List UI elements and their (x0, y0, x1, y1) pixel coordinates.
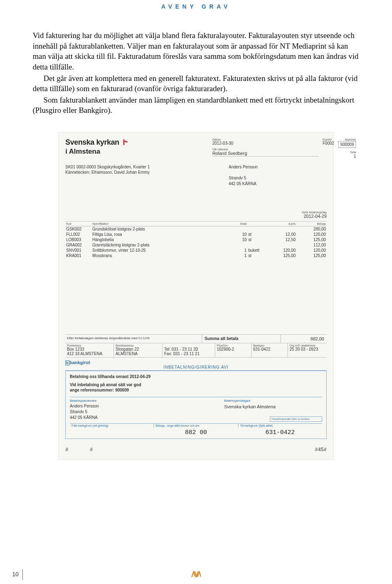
table-row: LOB003Hänglobelia10st12,50125,00 (65, 237, 327, 242)
paragraph-2: Det går även att komplettera med en gene… (33, 73, 359, 94)
value-due: 2012-04-29 (65, 214, 327, 219)
biller-tel: Tel: 031 - 23 11 20 (164, 347, 198, 351)
table-row: FLL002Flitiga Lisa, rosa10st12,00120,00 (65, 232, 327, 237)
sum-label: Summa att betala (202, 335, 281, 343)
biller-fax: Fax: 031 - 23 11 21 (164, 351, 200, 356)
giro-alt2: ange referensnummer: 900009 (70, 387, 322, 393)
recipient-name: Anders Persson (229, 164, 327, 170)
table-row: GSK002Grundskötsel kistgrav 2-plats280,0… (65, 226, 327, 232)
label-bankgiro: Bankgiro (253, 344, 286, 347)
table-row: SNV001Snittblommor, vinter 12-10-251buke… (65, 248, 327, 253)
label-visitaddress: Besöksadress (116, 344, 160, 347)
biller-post2: 412 33 ALMSTENA (67, 351, 102, 356)
col-spec: Specifikation (91, 222, 229, 226)
value-nummer: 900009 (338, 141, 356, 148)
invoice-sample: Svenska kyrkan i Almstena Datum 2012-03-… (58, 132, 334, 460)
ocr-left: # (65, 447, 90, 453)
biller-visit2: ALMSTENA (116, 351, 138, 356)
biller-bankgiro: 631-0422 (253, 347, 270, 351)
giro-bl-amount: Belopp - ange alltid kronor och öre (154, 424, 238, 427)
church-logo-icon (122, 139, 129, 147)
invoice-brand-1: Svenska kyrkan (65, 138, 119, 147)
biller-post1: Box 1233 (67, 347, 84, 351)
giro-alt1: Vid inbetalning på annat sätt var god (70, 382, 322, 387)
giro-bl-to: Till bankgironr (ifylls alltid) (238, 424, 322, 427)
giro-recv-label: Betalningsmottagare (224, 399, 250, 402)
giro-sender-label: Betalningsavsändare (70, 399, 96, 402)
page: { "header": { "title": "AVENY GRAV" }, "… (0, 0, 392, 584)
giro-fee-box: Inbetalningsavgift (ifylls av banken) (270, 416, 322, 422)
value-kundnr: F0002 (323, 141, 334, 145)
giro-sender-city: 442 05 KÄRNA (70, 415, 224, 421)
giro-to-bg: 631-0422 (238, 429, 322, 436)
col-antal: Antal (229, 222, 247, 226)
value-sida: 1 (354, 154, 356, 159)
value-datum: 2012-03-30 (212, 141, 318, 145)
sum-amount: 882,00 (281, 335, 327, 343)
giro-pay-by: Betalning oss tillhanda senast 2012-04-2… (70, 374, 322, 379)
ocr-mid: # (90, 447, 114, 453)
label-due: Sista betalningsdag (65, 211, 327, 214)
table-row: GRA002Granristäckning kistgrav 2-plats11… (65, 242, 327, 248)
label-nummer: Nummer (338, 138, 356, 141)
body-text: Vid fakturering har du möjlighet att väl… (33, 30, 359, 116)
invoice-brand-2: i Almstena (65, 148, 212, 156)
biller-plusgiro: 102900-2 (217, 347, 234, 351)
col-belopp: Belopp (296, 222, 327, 226)
label-kundnr: Kundnr (323, 138, 334, 141)
table-row: KRA001Mosskrans1st125,00125,00 (65, 253, 327, 258)
recipient-city: 442 05 KÄRNA (229, 181, 327, 187)
paragraph-1: Vid fakturering har du möjlighet att väl… (33, 30, 359, 72)
col-kod: Kod (65, 222, 91, 226)
page-number-divider (22, 569, 23, 580)
label-datum: Datum (212, 138, 318, 141)
paragraph-3: Som fakturablankett använder man lämplig… (33, 95, 359, 116)
biller-visit1: Storgatan 22 (116, 347, 139, 351)
value-ref: Roland Svedberg (212, 151, 318, 157)
ocr-right: #45# (294, 447, 327, 453)
giro-recv: Svenska kyrkan Almstena (224, 404, 322, 409)
biller-org: 25 20 03 - 0923 (290, 347, 318, 351)
late-interest-note: Efter förfallodagen debiteras dröjsmålsr… (65, 335, 202, 343)
label-orgnr: Org.nr/F-skattebevis (290, 344, 325, 347)
invoice-lines-table: Kod Specifikation Antal à-pris Belopp GS… (65, 221, 327, 258)
label-sida: Sida (350, 151, 356, 154)
giro-title: INBETALNING/GIRERING AVI (65, 364, 327, 371)
giro-amount: 882 00 (154, 429, 238, 436)
label-postaddress: Postadress (67, 344, 112, 347)
label-plusgiro: PlusGiro (217, 344, 249, 347)
recipient-street: Strandv 5 (229, 175, 327, 181)
giro-bl-from: Från bankgironr (vid girering) (70, 424, 154, 427)
grave-ref-line1: SK01 0002-0003 Skogskyrkogården, Kvarter… (65, 164, 229, 170)
page-number: 10 (12, 571, 19, 577)
grave-ref-line2: Kännetecken: Efraimsson, David Johan Emm… (65, 170, 229, 175)
col-apris: à-pris (266, 222, 296, 226)
label-ref: Vår referens (212, 148, 318, 151)
giro-sender-street: Strandv 5 (70, 409, 224, 415)
footer-logo-icon (191, 569, 201, 579)
running-header: AVENY GRAV (33, 3, 359, 10)
giro-sender-name: Anders Persson (70, 403, 224, 409)
